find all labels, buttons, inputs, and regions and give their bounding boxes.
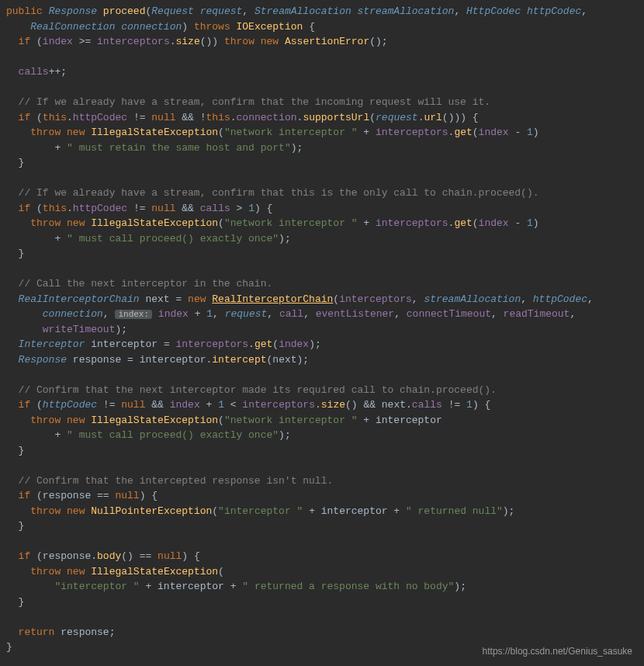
- code-line: "interceptor " + interceptor + " returne…: [54, 581, 466, 592]
- code-line: return response;: [19, 626, 116, 638]
- code-line: public Response proceed(Request request,…: [6, 5, 587, 17]
- code-line: if (this.httpCodec != null && calls > 1)…: [19, 203, 273, 214]
- code-line: }: [19, 445, 25, 456]
- code-line: }: [19, 596, 25, 608]
- code-line: Interceptor interceptor = interceptors.g…: [19, 338, 321, 350]
- code-line: + " must call proceed() exactly once");: [54, 233, 290, 245]
- code-line: RealInterceptorChain next = new RealInte…: [19, 293, 594, 305]
- code-line: // If we already have a stream, confirm …: [19, 96, 491, 108]
- code-line: throw new IllegalStateException("network…: [30, 127, 538, 138]
- code-line: // Confirm that the intercepted response…: [19, 475, 334, 487]
- code-line: }: [19, 520, 25, 532]
- code-line: }: [19, 248, 25, 259]
- code-line: // Call the next interceptor in the chai…: [19, 278, 273, 290]
- code-editor[interactable]: public Response proceed(Request request,…: [0, 0, 644, 659]
- code-line: + " must retain the same host and port")…: [54, 142, 303, 154]
- code-line: calls++;: [19, 66, 67, 78]
- code-line: throw new NullPointerException("intercep…: [30, 505, 514, 517]
- code-line: if (response.body() == null) {: [19, 550, 200, 562]
- code-line: throw new IllegalStateException("network…: [30, 217, 538, 229]
- code-line: throw new IllegalStateException(: [30, 566, 224, 578]
- code-line: writeTimeout);: [43, 324, 127, 335]
- code-line: Response response = interceptor.intercep…: [19, 354, 310, 366]
- code-line: }: [19, 157, 25, 168]
- code-line: if (response == null) {: [19, 490, 158, 501]
- code-line: if (this.httpCodec != null && !this.conn…: [19, 112, 479, 123]
- code-line: // If we already have a stream, confirm …: [19, 187, 539, 199]
- parameter-hint: index:: [115, 310, 152, 319]
- code-line: RealConnection connection) throws IOExce…: [30, 21, 315, 33]
- code-line: connection, index: index + 1, request, c…: [43, 308, 576, 320]
- code-line: // Confirm that the next interceptor mad…: [19, 384, 497, 396]
- code-line: if (index >= interceptors.size()) throw …: [19, 36, 388, 47]
- code-line: if (httpCodec != null && index + 1 < int…: [19, 399, 491, 411]
- code-line: throw new IllegalStateException("network…: [30, 415, 442, 426]
- code-line: + " must call proceed() exactly once");: [54, 429, 290, 441]
- watermark-text: https://blog.csdn.net/Genius_sasuke: [483, 644, 632, 658]
- code-line: }: [6, 641, 12, 653]
